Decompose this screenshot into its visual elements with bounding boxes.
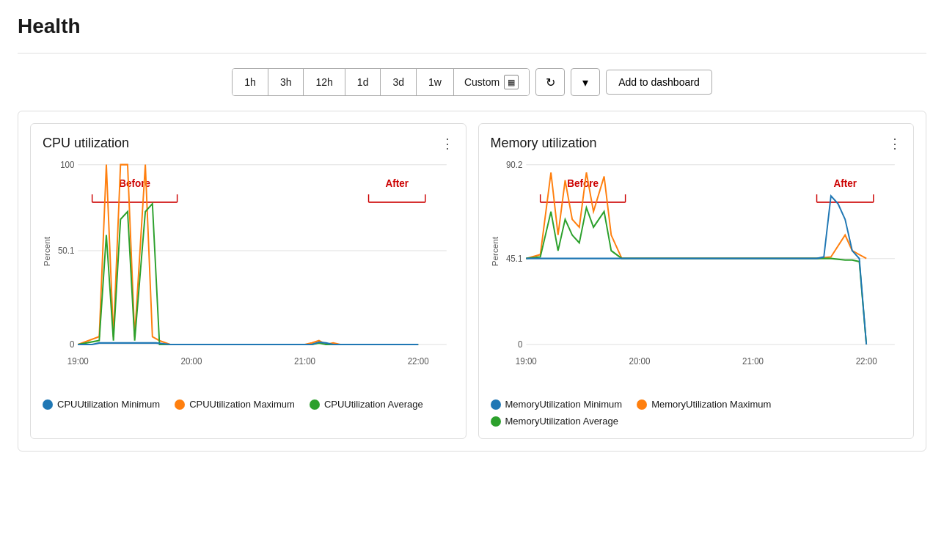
calendar-icon: ▦ (504, 75, 519, 89)
legend-dot-cpu-min (43, 399, 53, 410)
legend-item-cpu-max: CPUUtilization Maximum (175, 399, 295, 410)
svg-text:21:00: 21:00 (742, 355, 764, 366)
svg-text:100: 100 (60, 159, 75, 170)
dropdown-button[interactable]: ▾ (571, 68, 600, 96)
refresh-icon: ↻ (546, 75, 555, 89)
cpu-chart-svg: 100 50.1 0 Percent 19:00 20:00 21:00 22:… (43, 157, 454, 391)
add-dashboard-button[interactable]: Add to dashboard (606, 70, 712, 95)
toolbar: 1h 3h 12h 1d 3d 1w Custom ▦ ↻ ▾ Add to d… (18, 68, 926, 96)
legend-label-cpu-max: CPUUtilization Maximum (189, 399, 295, 410)
time-btn-1d[interactable]: 1d (345, 69, 381, 95)
charts-container: CPU utilization ⋮ 100 50.1 0 Percent (18, 111, 926, 452)
time-btn-1h[interactable]: 1h (233, 69, 268, 95)
legend-label-cpu-avg: CPUUtilization Average (324, 399, 423, 410)
cpu-chart-area: 100 50.1 0 Percent 19:00 20:00 21:00 22:… (43, 157, 454, 391)
memory-chart-header: Memory utilization ⋮ (491, 136, 902, 151)
legend-label-mem-avg: MemoryUtilization Average (505, 416, 618, 427)
legend-dot-mem-min (491, 399, 501, 410)
legend-item-cpu-min: CPUUtilization Minimum (43, 399, 160, 410)
memory-chart-card: Memory utilization ⋮ 90.2 45.1 0 Percent (478, 123, 915, 439)
time-btn-3d[interactable]: 3d (381, 69, 417, 95)
legend-item-mem-max: MemoryUtilization Maximum (637, 399, 771, 410)
legend-dot-mem-avg (491, 416, 501, 427)
time-btn-3h[interactable]: 3h (268, 69, 304, 95)
legend-label-cpu-min: CPUUtilization Minimum (57, 399, 160, 410)
divider (18, 53, 926, 54)
page-container: Health 1h 3h 12h 1d 3d 1w Custom ▦ ↻ ▾ A… (0, 0, 944, 560)
memory-chart-svg: 90.2 45.1 0 Percent 19:00 20:00 21:00 22… (491, 157, 902, 391)
legend-item-mem-min: MemoryUtilization Minimum (491, 399, 623, 410)
memory-kebab-menu[interactable]: ⋮ (888, 137, 901, 150)
legend-item-mem-avg: MemoryUtilization Average (491, 416, 618, 427)
refresh-button[interactable]: ↻ (535, 68, 565, 96)
svg-text:20:00: 20:00 (629, 355, 650, 366)
cpu-legend: CPUUtilization Minimum CPUUtilization Ma… (43, 399, 454, 410)
svg-text:19:00: 19:00 (67, 355, 89, 366)
legend-dot-mem-max (637, 399, 647, 410)
svg-text:Percent: Percent (491, 236, 499, 266)
legend-item-cpu-avg: CPUUtilization Average (310, 399, 423, 410)
svg-text:22:00: 22:00 (408, 355, 429, 366)
svg-text:0: 0 (518, 339, 523, 350)
memory-chart-title: Memory utilization (491, 136, 597, 151)
svg-text:20:00: 20:00 (180, 355, 202, 366)
svg-text:50.1: 50.1 (58, 246, 75, 257)
time-range-group: 1h 3h 12h 1d 3d 1w Custom ▦ (232, 68, 530, 96)
dropdown-icon: ▾ (582, 75, 588, 89)
time-btn-1w[interactable]: 1w (417, 69, 454, 95)
memory-legend: MemoryUtilization Minimum MemoryUtilizat… (491, 399, 902, 427)
svg-text:After: After (385, 177, 409, 189)
svg-text:0: 0 (70, 339, 75, 350)
svg-text:45.1: 45.1 (505, 253, 522, 264)
legend-dot-cpu-avg (310, 399, 320, 410)
svg-text:22:00: 22:00 (855, 355, 877, 366)
cpu-chart-header: CPU utilization ⋮ (43, 136, 454, 151)
cpu-chart-title: CPU utilization (43, 136, 129, 151)
legend-label-mem-max: MemoryUtilization Maximum (651, 399, 771, 410)
cpu-chart-card: CPU utilization ⋮ 100 50.1 0 Percent (30, 123, 466, 439)
time-btn-12h[interactable]: 12h (304, 69, 345, 95)
legend-label-mem-min: MemoryUtilization Minimum (505, 399, 623, 410)
svg-text:Before: Before (567, 177, 599, 189)
page-title: Health (18, 15, 926, 38)
cpu-kebab-menu[interactable]: ⋮ (441, 137, 454, 150)
time-btn-custom[interactable]: Custom ▦ (454, 69, 529, 95)
memory-chart-area: 90.2 45.1 0 Percent 19:00 20:00 21:00 22… (491, 157, 902, 391)
svg-text:90.2: 90.2 (505, 159, 522, 170)
svg-text:19:00: 19:00 (515, 355, 536, 366)
svg-text:Percent: Percent (43, 236, 51, 266)
svg-text:After: After (833, 177, 857, 189)
svg-text:21:00: 21:00 (294, 355, 315, 366)
legend-dot-cpu-max (175, 399, 185, 410)
